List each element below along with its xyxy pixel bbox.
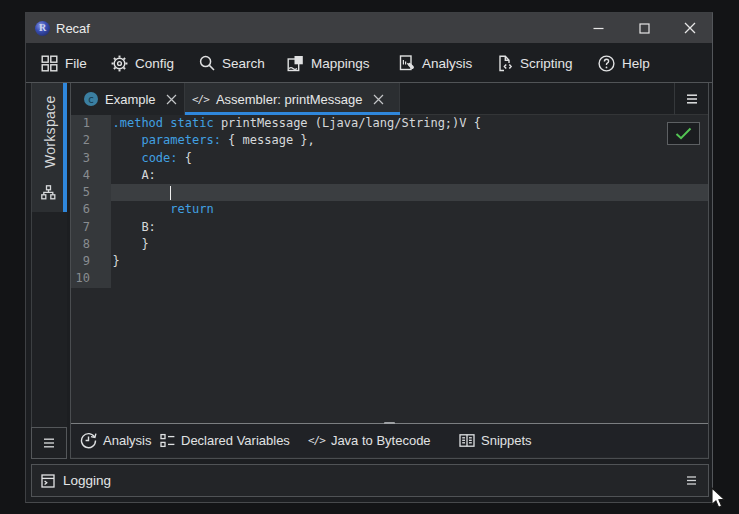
maximize-icon [639,23,650,34]
recaf-app-icon: R [35,21,50,36]
help-icon [598,55,615,72]
code-line: } [113,253,481,270]
menu-search[interactable]: Search [199,43,265,83]
toolbar-snippets-label: Snippets [481,433,532,448]
minimize-icon [593,23,604,34]
variables-list-icon [160,433,175,448]
code-icon: </> [192,93,209,106]
menu-mappings[interactable]: Mappings [287,43,370,83]
menu-search-label: Search [222,56,265,71]
window-title: Recaf [56,21,90,36]
menu-bar: File Config Search Mappings Analysis Scr… [26,43,712,83]
assembler-pane: c Example </> Assembler: printMessage 1 … [70,83,709,459]
line-number: 4 [71,167,90,184]
logging-panel-bar[interactable]: Logging [31,464,709,497]
hamburger-icon [686,476,697,485]
line-number: 9 [71,253,90,270]
code-line: B: [113,219,481,236]
mappings-icon [287,55,304,72]
code-icon: </> [308,434,325,447]
history-clock-icon [80,432,97,449]
class-icon: c [84,92,98,106]
code-line: .method static printMessage (Ljava/lang/… [113,115,481,132]
menu-analysis-label: Analysis [422,56,472,71]
menu-scripting[interactable]: Scripting [496,43,573,83]
side-tab-strip: Workspace [31,83,67,459]
logging-menu-button[interactable] [686,465,697,496]
toolbar-declared-variables-label: Declared Variables [181,433,290,448]
menu-config[interactable]: Config [111,43,174,83]
line-number-gutter: 1 2 3 4 5 6 7 8 9 10 [71,115,111,288]
menu-help[interactable]: Help [598,43,650,83]
tab-assembler[interactable]: </> Assembler: printMessage [185,83,400,115]
line-number: 7 [71,219,90,236]
minimize-button[interactable] [581,13,615,43]
console-icon [41,474,55,488]
code-line: A: [113,167,481,184]
maximize-button[interactable] [627,13,661,43]
workspace-tab-accent [63,83,67,212]
text-caret [170,186,172,200]
scripting-icon [496,55,513,72]
line-number: 3 [71,150,90,167]
line-number: 10 [71,270,90,287]
tab-example-close-icon[interactable] [164,92,179,107]
close-button[interactable] [673,13,707,43]
code-line [113,184,481,201]
line-number: 5 [71,184,90,201]
line-number: 6 [71,201,90,218]
file-icon [41,55,58,72]
toolbar-snippets[interactable]: Snippets [459,424,532,457]
code-line: } [113,236,481,253]
toolbar-java-to-bytecode-label: Java to Bytecode [331,433,431,448]
tab-assembler-label: Assembler: printMessage [216,92,363,107]
menu-file[interactable]: File [41,43,87,83]
title-bar: R Recaf [26,13,712,43]
mouse-cursor [711,487,728,510]
code-line: return [113,201,481,218]
workspace-tab-label: Workspace [42,96,58,168]
menu-analysis[interactable]: Analysis [398,43,472,83]
recaf-window: R Recaf File Config Search [25,12,713,503]
line-number: 1 [71,115,90,132]
code-text: .method static printMessage (Ljava/lang/… [113,115,481,288]
hamburger-icon [43,438,55,448]
workspace-tab[interactable]: Workspace [32,83,67,212]
code-editor[interactable]: 1 2 3 4 5 6 7 8 9 10 .method static prin… [71,115,708,422]
check-icon [675,127,692,140]
menu-config-label: Config [135,56,174,71]
toolbar-java-to-bytecode[interactable]: </> Java to Bytecode [308,424,431,457]
code-line: code: { [113,150,481,167]
gear-icon [111,55,128,72]
line-number: 2 [71,132,90,149]
side-strip-menu-button[interactable] [31,427,67,459]
book-icon [459,433,475,448]
menu-file-label: File [65,56,87,71]
hamburger-icon [686,94,698,104]
toolbar-declared-variables[interactable]: Declared Variables [160,424,290,457]
assembler-toolbar: Analysis Declared Variables </> Java to … [71,424,708,457]
menu-help-label: Help [622,56,650,71]
analysis-icon [398,55,415,72]
menu-mappings-label: Mappings [311,56,370,71]
logging-label: Logging [63,473,111,488]
tab-example[interactable]: c Example [71,83,185,115]
search-icon [199,55,215,71]
window-controls [581,13,707,43]
line-number: 8 [71,236,90,253]
code-line: parameters: { message }, [113,132,481,149]
tab-assembler-close-icon[interactable] [371,92,386,107]
code-line [113,270,481,287]
document-tab-bar: c Example </> Assembler: printMessage [71,83,708,115]
close-icon [684,22,696,34]
menu-scripting-label: Scripting [520,56,573,71]
workspace-structure-icon [41,185,56,200]
toolbar-analysis[interactable]: Analysis [80,424,151,457]
tab-bar-menu-button[interactable] [674,83,708,115]
toolbar-analysis-label: Analysis [103,433,151,448]
tab-example-label: Example [105,92,156,107]
assemble-status-button[interactable] [667,122,700,145]
